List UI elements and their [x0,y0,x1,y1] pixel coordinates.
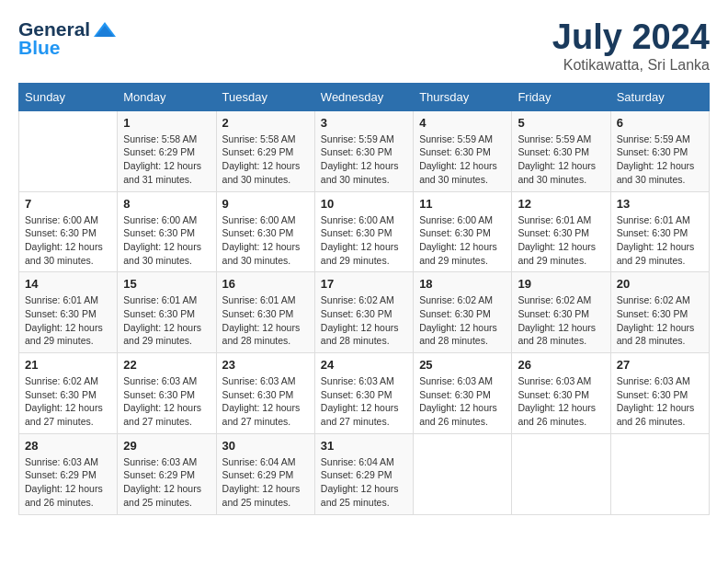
calendar-day-header: Tuesday [216,83,314,110]
day-number: 29 [123,439,210,453]
calendar-week-row: 14Sunrise: 6:01 AMSunset: 6:30 PMDayligh… [19,272,710,353]
day-info: Sunrise: 6:04 AMSunset: 6:29 PMDaylight:… [321,455,407,510]
day-number: 9 [222,197,309,211]
day-info: Sunrise: 6:02 AMSunset: 6:30 PMDaylight:… [518,293,604,348]
calendar-cell: 11Sunrise: 6:00 AMSunset: 6:30 PMDayligh… [414,191,512,272]
day-info: Sunrise: 6:03 AMSunset: 6:30 PMDaylight:… [123,374,210,429]
day-info: Sunrise: 6:03 AMSunset: 6:30 PMDaylight:… [222,374,309,429]
day-number: 4 [419,116,506,130]
day-info: Sunrise: 6:00 AMSunset: 6:30 PMDaylight:… [321,213,407,268]
day-info: Sunrise: 6:03 AMSunset: 6:30 PMDaylight:… [617,374,703,429]
calendar-cell: 23Sunrise: 6:03 AMSunset: 6:30 PMDayligh… [216,353,314,434]
day-number: 14 [25,277,111,291]
day-number: 18 [419,277,506,291]
day-number: 17 [321,277,407,291]
day-info: Sunrise: 6:00 AMSunset: 6:30 PMDaylight:… [123,213,210,268]
calendar-cell: 1Sunrise: 5:58 AMSunset: 6:29 PMDaylight… [118,110,216,191]
day-info: Sunrise: 6:01 AMSunset: 6:30 PMDaylight:… [222,293,309,348]
day-number: 6 [617,116,703,130]
day-number: 31 [321,439,407,453]
calendar-cell: 28Sunrise: 6:03 AMSunset: 6:29 PMDayligh… [19,433,118,514]
calendar-cell: 16Sunrise: 6:01 AMSunset: 6:30 PMDayligh… [216,272,314,353]
page-header: General Blue July 2024 Kotikawatta, Sri … [18,18,710,74]
calendar-cell [19,110,118,191]
calendar-cell [414,433,512,514]
day-number: 7 [25,197,111,211]
day-info: Sunrise: 5:59 AMSunset: 6:30 PMDaylight:… [518,132,604,187]
day-number: 1 [123,116,210,130]
calendar-cell: 2Sunrise: 5:58 AMSunset: 6:29 PMDaylight… [216,110,314,191]
calendar-week-row: 21Sunrise: 6:02 AMSunset: 6:30 PMDayligh… [19,353,710,434]
calendar-cell: 13Sunrise: 6:01 AMSunset: 6:30 PMDayligh… [610,191,709,272]
day-info: Sunrise: 6:00 AMSunset: 6:30 PMDaylight:… [419,213,506,268]
day-info: Sunrise: 6:01 AMSunset: 6:30 PMDaylight:… [518,213,604,268]
day-number: 10 [321,197,407,211]
calendar-header-row: SundayMondayTuesdayWednesdayThursdayFrid… [19,83,710,110]
calendar-day-header: Friday [512,83,610,110]
page-title: July 2024 [552,18,710,57]
calendar-cell: 18Sunrise: 6:02 AMSunset: 6:30 PMDayligh… [414,272,512,353]
day-number: 30 [222,439,309,453]
day-info: Sunrise: 6:04 AMSunset: 6:29 PMDaylight:… [222,455,309,510]
calendar-cell: 19Sunrise: 6:02 AMSunset: 6:30 PMDayligh… [512,272,610,353]
calendar-cell [512,433,610,514]
calendar-cell: 15Sunrise: 6:01 AMSunset: 6:30 PMDayligh… [118,272,216,353]
day-number: 8 [123,197,210,211]
day-info: Sunrise: 6:01 AMSunset: 6:30 PMDaylight:… [123,293,210,348]
calendar-cell: 8Sunrise: 6:00 AMSunset: 6:30 PMDaylight… [118,191,216,272]
day-info: Sunrise: 6:00 AMSunset: 6:30 PMDaylight:… [25,213,111,268]
day-info: Sunrise: 6:02 AMSunset: 6:30 PMDaylight:… [617,293,703,348]
calendar-cell: 3Sunrise: 5:59 AMSunset: 6:30 PMDaylight… [314,110,413,191]
day-number: 23 [222,358,309,372]
calendar-cell: 6Sunrise: 5:59 AMSunset: 6:30 PMDaylight… [610,110,709,191]
calendar-cell: 20Sunrise: 6:02 AMSunset: 6:30 PMDayligh… [610,272,709,353]
calendar-cell [610,433,709,514]
day-number: 11 [419,197,506,211]
calendar-cell: 14Sunrise: 6:01 AMSunset: 6:30 PMDayligh… [19,272,118,353]
day-number: 2 [222,116,309,130]
calendar-week-row: 1Sunrise: 5:58 AMSunset: 6:29 PMDaylight… [19,110,710,191]
calendar-day-header: Sunday [19,83,118,110]
day-number: 20 [617,277,703,291]
day-number: 16 [222,277,309,291]
title-section: July 2024 Kotikawatta, Sri Lanka [552,18,710,74]
day-number: 19 [518,277,604,291]
day-number: 13 [617,197,703,211]
calendar-cell: 25Sunrise: 6:03 AMSunset: 6:30 PMDayligh… [414,353,512,434]
day-info: Sunrise: 5:59 AMSunset: 6:30 PMDaylight:… [419,132,506,187]
logo: General Blue [18,18,118,59]
calendar-cell: 10Sunrise: 6:00 AMSunset: 6:30 PMDayligh… [314,191,413,272]
calendar-day-header: Monday [118,83,216,110]
calendar-cell: 24Sunrise: 6:03 AMSunset: 6:30 PMDayligh… [314,353,413,434]
day-number: 22 [123,358,210,372]
day-number: 21 [25,358,111,372]
calendar-cell: 21Sunrise: 6:02 AMSunset: 6:30 PMDayligh… [19,353,118,434]
day-info: Sunrise: 5:59 AMSunset: 6:30 PMDaylight:… [321,132,407,187]
day-info: Sunrise: 5:59 AMSunset: 6:30 PMDaylight:… [617,132,703,187]
day-info: Sunrise: 6:02 AMSunset: 6:30 PMDaylight:… [25,374,111,429]
day-info: Sunrise: 6:03 AMSunset: 6:30 PMDaylight:… [518,374,604,429]
calendar-cell: 22Sunrise: 6:03 AMSunset: 6:30 PMDayligh… [118,353,216,434]
calendar-cell: 9Sunrise: 6:00 AMSunset: 6:30 PMDaylight… [216,191,314,272]
day-info: Sunrise: 6:03 AMSunset: 6:30 PMDaylight:… [321,374,407,429]
day-number: 28 [25,439,111,453]
calendar-cell: 5Sunrise: 5:59 AMSunset: 6:30 PMDaylight… [512,110,610,191]
calendar-day-header: Wednesday [314,83,413,110]
calendar-week-row: 7Sunrise: 6:00 AMSunset: 6:30 PMDaylight… [19,191,710,272]
day-info: Sunrise: 5:58 AMSunset: 6:29 PMDaylight:… [123,132,210,187]
day-info: Sunrise: 6:00 AMSunset: 6:30 PMDaylight:… [222,213,309,268]
calendar-cell: 4Sunrise: 5:59 AMSunset: 6:30 PMDaylight… [414,110,512,191]
day-number: 15 [123,277,210,291]
day-number: 12 [518,197,604,211]
day-info: Sunrise: 5:58 AMSunset: 6:29 PMDaylight:… [222,132,309,187]
day-info: Sunrise: 6:02 AMSunset: 6:30 PMDaylight:… [419,293,506,348]
calendar-week-row: 28Sunrise: 6:03 AMSunset: 6:29 PMDayligh… [19,433,710,514]
day-number: 26 [518,358,604,372]
calendar-cell: 26Sunrise: 6:03 AMSunset: 6:30 PMDayligh… [512,353,610,434]
calendar-day-header: Saturday [610,83,709,110]
page-subtitle: Kotikawatta, Sri Lanka [552,57,710,74]
calendar-cell: 17Sunrise: 6:02 AMSunset: 6:30 PMDayligh… [314,272,413,353]
calendar-cell: 30Sunrise: 6:04 AMSunset: 6:29 PMDayligh… [216,433,314,514]
day-info: Sunrise: 6:01 AMSunset: 6:30 PMDaylight:… [25,293,111,348]
calendar-cell: 31Sunrise: 6:04 AMSunset: 6:29 PMDayligh… [314,433,413,514]
